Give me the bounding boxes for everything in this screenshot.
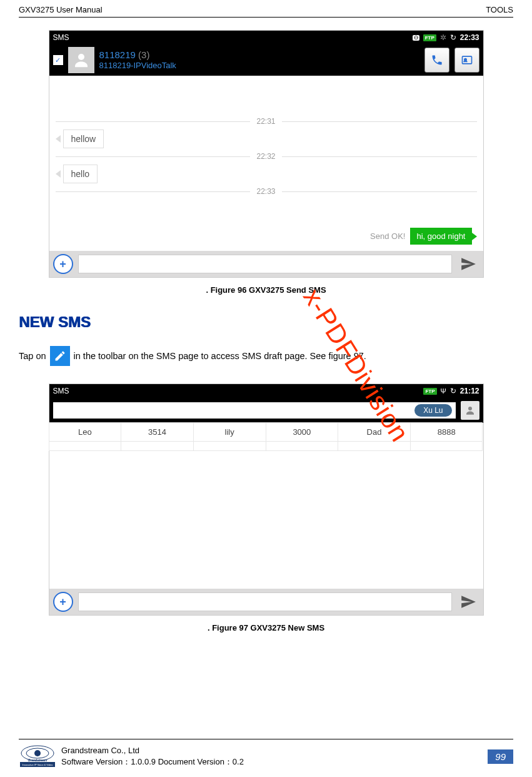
svg-point-0 — [78, 54, 84, 60]
recipient-input[interactable]: Xu Lu — [53, 402, 456, 419]
message-text: hellow — [63, 130, 104, 148]
suggestion-number: 3514 — [121, 423, 193, 441]
compose-icon — [50, 346, 70, 366]
figure-97-screenshot: SMS FTP Ψ ↻ 21:12 Xu Lu Leo3514 lily3000… — [49, 383, 484, 616]
suggestion-cell-empty — [338, 441, 483, 451]
svg-text:Innovative IP Voice & Video: Innovative IP Voice & Video — [23, 763, 54, 766]
sync-icon: ↻ — [450, 33, 456, 42]
ftp-icon: FTP — [423, 388, 436, 395]
add-attachment-button[interactable]: + — [53, 254, 73, 274]
message-in-1: hellow — [56, 130, 477, 148]
suggestion-cell[interactable]: lily3000 — [193, 422, 338, 442]
status-bar: SMS ⚇ FTP ✲ ↻ 22:33 — [49, 31, 483, 44]
suggestion-name: lily — [194, 423, 266, 441]
app-title: SMS — [53, 33, 413, 42]
svg-text:Grandstream: Grandstream — [28, 758, 48, 762]
page-number: 99 — [488, 749, 513, 764]
send-status: Send OK! — [370, 231, 405, 241]
figure-96-screenshot: SMS ⚇ FTP ✲ ↻ 22:33 ✓ 8118219 (3) 811821… — [49, 30, 484, 278]
header-right: TOOLS — [486, 5, 513, 14]
compose-bar-2: + — [49, 589, 483, 615]
grandstream-logo: Innovative IP Voice & Video Grandstream — [19, 744, 56, 768]
figure-97-caption: . Figure 97 GXV3275 New SMS — [19, 623, 513, 632]
svg-point-3 — [468, 407, 472, 410]
add-attachment-button[interactable]: + — [53, 592, 73, 612]
message-out: hi, good night — [410, 228, 476, 245]
suggestion-number: 8888 — [411, 423, 483, 441]
svg-rect-1 — [462, 56, 471, 64]
contact-count: (3) — [138, 49, 149, 60]
app-title-2: SMS — [53, 387, 424, 395]
footer-version: Software Version：1.0.0.9 Document Versio… — [61, 756, 244, 768]
recipient-bar: Xu Lu — [49, 398, 483, 423]
timestamp-1: 22:31 — [256, 117, 275, 126]
status-bar-2: SMS FTP Ψ ↻ 21:12 — [49, 384, 483, 398]
compose-input[interactable] — [78, 592, 452, 611]
contact-bar: ✓ 8118219 (3) 8118219-IPVideoTalk — [49, 44, 483, 76]
message-body-area — [49, 451, 483, 589]
footer-company: Grandstream Co., Ltd — [61, 745, 244, 756]
suggestion-cell-empty — [193, 441, 338, 451]
svg-point-2 — [464, 59, 466, 61]
instruction-paragraph: Tap on in the toolbar on the SMS page to… — [19, 346, 513, 366]
svg-point-6 — [34, 750, 41, 756]
contact-info: 8118219 (3) 8118219-IPVideoTalk — [99, 49, 419, 71]
chat-area: 22:31 hellow 22:32 hello 22:33 Send OK! … — [49, 76, 483, 251]
compose-bar: + — [49, 251, 483, 277]
suggestion-grid: Leo3514 lily3000 Dad8888 — [49, 423, 483, 451]
message-in-2: hello — [56, 165, 477, 183]
bluetooth-icon: ✲ — [440, 33, 446, 42]
message-text: hi, good night — [410, 228, 471, 245]
status-time: 22:33 — [460, 33, 479, 42]
contact-avatar — [68, 47, 94, 73]
send-button[interactable] — [457, 594, 479, 610]
suggestion-name: Leo — [49, 423, 122, 441]
contact-number: 8118219 — [99, 49, 136, 60]
suggestion-number: 3000 — [266, 423, 338, 441]
compose-input[interactable] — [78, 255, 452, 273]
select-checkbox[interactable]: ✓ — [53, 55, 63, 65]
para-text-after: in the toolbar on the SMS page to access… — [74, 348, 366, 364]
recipient-chip[interactable]: Xu Lu — [414, 404, 451, 417]
figure-96-caption: . Figure 96 GXV3275 Send SMS — [19, 285, 513, 295]
ftp-icon: FTP — [423, 34, 436, 41]
send-button[interactable] — [457, 256, 479, 272]
call-button[interactable] — [424, 48, 449, 73]
message-text: hello — [63, 165, 98, 183]
pick-contact-button[interactable] — [461, 401, 479, 420]
para-text-before: Tap on — [19, 348, 46, 364]
header-left: GXV3275 User Manual — [19, 5, 103, 14]
timestamp-3: 22:33 — [256, 187, 275, 196]
contact-card-button[interactable] — [454, 48, 479, 73]
sync-icon: ↻ — [450, 387, 456, 395]
status-time-2: 21:12 — [460, 387, 479, 395]
page-footer: Innovative IP Voice & Video Grandstream … — [19, 744, 513, 768]
timestamp-2: 22:32 — [256, 152, 275, 161]
suggestion-cell[interactable]: Dad8888 — [338, 422, 483, 442]
usb-icon: Ψ — [441, 387, 446, 395]
suggestion-name: Dad — [338, 423, 411, 441]
voicemail-icon: ⚇ — [413, 35, 419, 41]
bottom-rule — [19, 739, 513, 739]
suggestion-cell-empty — [49, 441, 194, 451]
contact-sub: 8118219-IPVideoTalk — [99, 61, 419, 71]
suggestion-cell[interactable]: Leo3514 — [49, 422, 194, 442]
section-heading: NEW SMS — [19, 313, 513, 331]
